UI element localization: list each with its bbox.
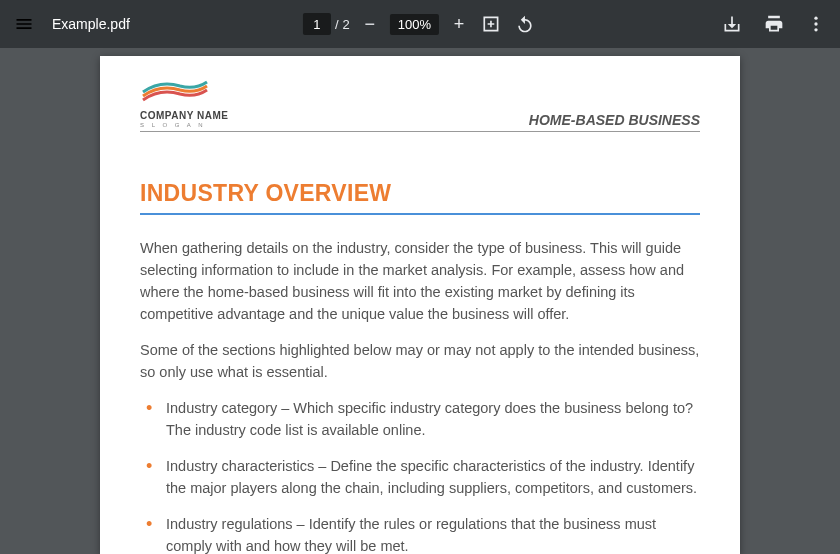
- list-item: Industry category – Which specific indus…: [146, 397, 700, 441]
- document-header: COMPANY NAME S L O G A N HOME-BASED BUSI…: [140, 80, 700, 132]
- company-slogan: S L O G A N: [140, 122, 228, 128]
- list-item: Industry regulations – Identify the rule…: [146, 513, 700, 554]
- pdf-viewer[interactable]: COMPANY NAME S L O G A N HOME-BASED BUSI…: [0, 48, 840, 554]
- bullet-list: Industry category – Which specific indus…: [140, 397, 700, 554]
- page-current-input[interactable]: [303, 13, 331, 35]
- svg-point-2: [814, 28, 817, 31]
- zoom-level[interactable]: 100%: [390, 14, 439, 35]
- download-icon[interactable]: [720, 12, 744, 36]
- more-icon[interactable]: [804, 12, 828, 36]
- logo-icon: [140, 80, 210, 108]
- menu-icon[interactable]: [12, 12, 36, 36]
- pdf-page: COMPANY NAME S L O G A N HOME-BASED BUSI…: [100, 56, 740, 554]
- company-name: COMPANY NAME: [140, 110, 228, 121]
- page-separator: /: [335, 17, 339, 32]
- list-item: Industry characteristics – Define the sp…: [146, 455, 700, 499]
- page-indicator: / 2: [303, 13, 350, 35]
- section-title: INDUSTRY OVERVIEW: [140, 180, 700, 215]
- paragraph: Some of the sections highlighted below m…: [140, 339, 700, 383]
- rotate-icon[interactable]: [513, 12, 537, 36]
- paragraph: When gathering details on the industry, …: [140, 237, 700, 325]
- logo-block: COMPANY NAME S L O G A N: [140, 80, 228, 128]
- document-type-label: HOME-BASED BUSINESS: [529, 112, 700, 128]
- svg-point-0: [814, 17, 817, 20]
- zoom-out-button[interactable]: −: [360, 14, 380, 35]
- print-icon[interactable]: [762, 12, 786, 36]
- fit-page-icon[interactable]: [479, 12, 503, 36]
- svg-point-1: [814, 22, 817, 25]
- filename: Example.pdf: [52, 16, 130, 32]
- toolbar: Example.pdf / 2 − 100% +: [0, 0, 840, 48]
- page-total: 2: [343, 17, 350, 32]
- zoom-in-button[interactable]: +: [449, 14, 469, 35]
